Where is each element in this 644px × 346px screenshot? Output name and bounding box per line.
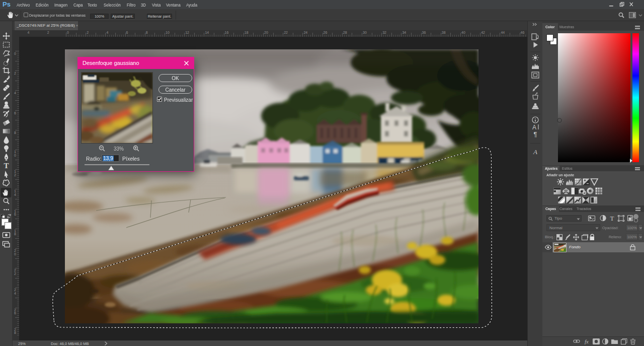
svg-text:T: T (610, 215, 614, 222)
svg-text:A: A (532, 124, 536, 131)
svg-text:A: A (533, 148, 537, 156)
svg-text:¶: ¶ (534, 130, 537, 138)
svg-text:T: T (4, 162, 9, 170)
svg-text:fx: fx (585, 338, 589, 344)
